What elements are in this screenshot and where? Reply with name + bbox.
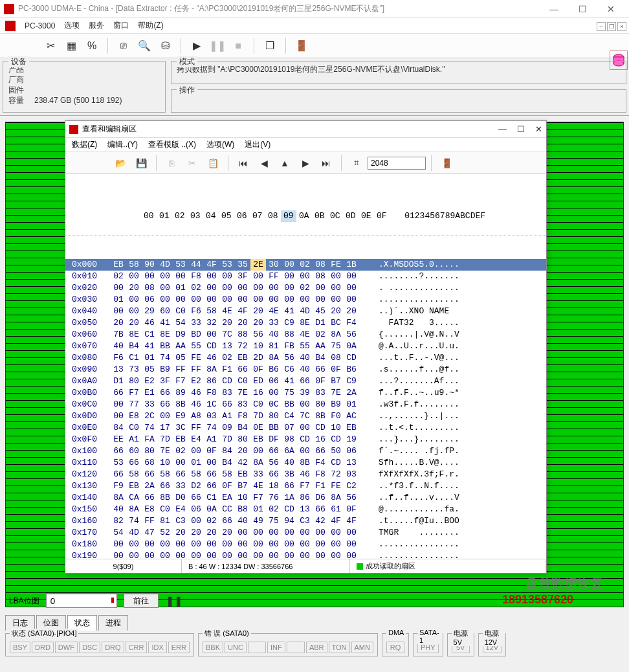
hex-byte[interactable]: 66 [219,515,235,527]
hex-byte[interactable]: 02 [188,282,204,294]
hex-byte[interactable]: 86 [297,492,313,504]
hex-byte[interactable]: 33 [142,399,157,410]
hex-bytes[interactable]: 6660807E02000F842000666A00665006 [111,445,370,457]
pause-icon[interactable]: ❚❚ [208,37,226,55]
hex-byte[interactable]: B8 [235,504,250,515]
hex-byte[interactable]: 00 [173,271,188,282]
last-icon[interactable]: ⏭ [316,154,336,172]
hex-byte[interactable]: F7 [173,375,188,387]
hex-byte[interactable]: 66 [142,492,157,504]
maximize-button[interactable]: ☐ [568,0,597,18]
hex-byte[interactable]: ED [250,375,266,387]
hex-byte[interactable]: B6 [266,364,281,375]
hex-byte[interactable]: 20 [250,317,266,329]
hex-byte[interactable]: 00 [344,271,359,282]
hex-byte[interactable]: CD [204,341,219,352]
hex-byte[interactable]: 00 [204,294,219,306]
hex-byte[interactable]: 33 [266,317,281,329]
hex-byte[interactable]: B4 [126,341,142,352]
hex-byte[interactable]: 00 [281,271,297,282]
hex-byte[interactable]: 68 [142,457,157,469]
hex-byte[interactable]: A1 [219,410,235,422]
task-icon[interactable]: ⎚ [115,37,133,55]
hex-byte[interactable]: 33 [173,480,188,492]
hex-byte[interactable]: 56 [281,352,297,364]
hex-byte[interactable]: BC [328,317,344,329]
hex-byte[interactable]: 66 [313,504,328,515]
tools-icon[interactable]: ✂ [41,37,60,55]
hex-byte[interactable]: AA [313,341,328,352]
hex-byte[interactable]: 73 [126,364,142,375]
hex-byte[interactable]: E9 [173,410,188,422]
hex-byte[interactable]: E1 [142,387,157,399]
hex-byte[interactable]: 10 [250,341,266,352]
hex-byte[interactable]: 20 [328,306,344,317]
hex-byte[interactable]: 0F [313,375,328,387]
hex-byte[interactable]: 66 [157,399,173,410]
hex-byte[interactable]: 00 [235,550,250,559]
hex-byte[interactable]: 66 [111,445,126,457]
hex-byte[interactable]: B9 [157,364,173,375]
open-icon[interactable]: 📂 [111,154,130,172]
hex-byte[interactable]: D1 [313,317,328,329]
hex-row[interactable]: 0x0A0D180E23FF7E286CDC0ED0641660FB7C9...… [65,375,546,387]
hex-byte[interactable]: 80 [266,410,281,422]
mdi-minimize[interactable]: – [597,22,606,31]
hex-byte[interactable]: 40 [297,364,313,375]
hex-byte[interactable]: CD [328,457,344,469]
hex-byte[interactable]: 00 [266,294,281,306]
hex-byte[interactable]: 00 [111,306,126,317]
hex-byte[interactable]: 66 [173,469,188,480]
hex-byte[interactable]: 01 [111,294,126,306]
hex-byte[interactable]: 00 [281,539,297,550]
hex-byte[interactable]: 3F [157,375,173,387]
hex-byte[interactable]: FE [328,259,344,271]
hex-bytes[interactable]: D180E23FF7E286CDC0ED0641660FB7C9 [111,375,370,387]
hex-byte[interactable]: 00 [142,539,157,550]
hex-byte[interactable]: 00 [173,457,188,469]
hex-byte[interactable]: CD [297,434,313,445]
hex-byte[interactable]: 01 [250,504,266,515]
hex-row[interactable]: 0x04000002960C0F6584E4F204E414D452020..)… [65,306,546,317]
hex-byte[interactable]: 02 [111,271,126,282]
hex-byte[interactable]: F6 [188,306,204,317]
hex-byte[interactable]: 46 [204,352,219,364]
hex-row[interactable]: 0x0607B8EC18ED9BD007C885640884E028A56{..… [65,329,546,341]
hex-byte[interactable]: 00 [219,282,235,294]
hex-byte[interactable]: 20 [250,306,266,317]
hex-byte[interactable]: 00 [344,527,359,539]
close-button[interactable]: ✕ [597,0,625,18]
hex-byte[interactable]: 84 [219,445,235,457]
hex-byte[interactable]: 00 [111,539,126,550]
hex-byte[interactable]: 00 [313,527,328,539]
hex-byte[interactable]: BB [281,399,297,410]
hex-byte[interactable]: 66 [297,375,313,387]
hex-byte[interactable]: 4E [250,480,266,492]
menu-window[interactable]: 窗口 [113,20,129,31]
hex-byte[interactable]: 66 [313,445,328,457]
hex-byte[interactable]: 74 [157,352,173,364]
hex-byte[interactable]: 0F [250,364,266,375]
hex-byte[interactable]: 00 [188,515,204,527]
hex-byte[interactable]: 08 [142,282,157,294]
hex-close-button[interactable]: ✕ [535,124,542,134]
hex-byte[interactable]: 00 [157,294,173,306]
play-icon[interactable]: ▶ [188,37,206,55]
hex-byte[interactable]: 06 [266,375,281,387]
hex-bytes[interactable]: 66F7E1668946F8837E16007539837E2A [111,387,370,399]
hex-byte[interactable]: 01 [188,457,204,469]
hex-byte[interactable]: 00 [266,387,281,399]
hex-byte[interactable]: BB [157,341,173,352]
hex-byte[interactable]: 66 [157,480,173,492]
hex-byte[interactable]: 00 [250,539,266,550]
hex-byte[interactable]: 7C [219,329,235,341]
hex-byte[interactable]: 29 [142,306,157,317]
hex-byte[interactable]: 00 [250,445,266,457]
hex-byte[interactable]: D6 [313,492,328,504]
hex-menu-template[interactable]: 查看模版 ..(X) [148,139,196,150]
hex-byte[interactable]: 46 [297,469,313,480]
hex-byte[interactable]: 20 [173,527,188,539]
hex-byte[interactable]: 53 [173,259,188,271]
hex-byte[interactable]: 66 [204,480,219,492]
hex-byte[interactable]: 83 [219,387,235,399]
